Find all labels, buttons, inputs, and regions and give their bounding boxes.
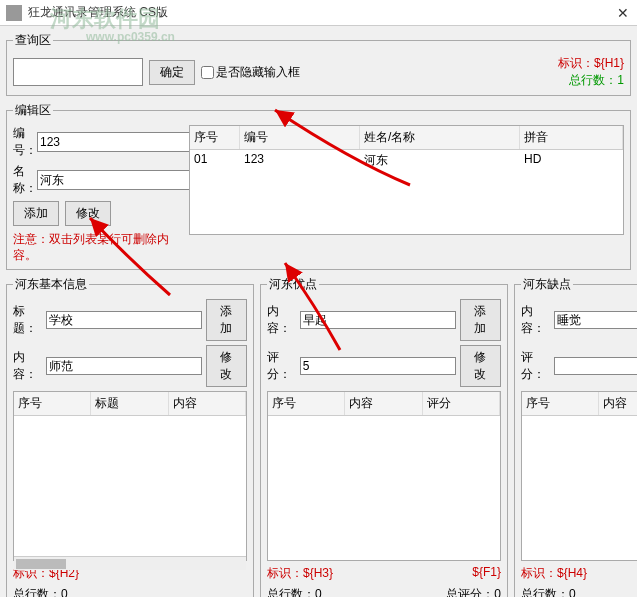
table-row[interactable]: 01 123 河东 HD: [190, 150, 623, 171]
query-input[interactable]: [13, 58, 143, 86]
edit-add-button[interactable]: 添加: [13, 201, 59, 226]
hide-input-checkbox[interactable]: 是否隐藏输入框: [201, 64, 300, 81]
basic-cont-input[interactable]: [46, 357, 202, 375]
query-legend: 查询区: [13, 32, 53, 49]
edit-mod-button[interactable]: 修改: [65, 201, 111, 226]
scrollbar-h[interactable]: [14, 556, 246, 570]
close-icon[interactable]: ✕: [617, 5, 629, 21]
con-list[interactable]: 序号内容评分: [521, 391, 637, 561]
pros: 河东优点 内容：添加 评分：修改 序号内容评分 标识：${H3}${F1} 总行…: [260, 276, 508, 597]
query-area: 查询区 确定 是否隐藏输入框 标识：${H1} 总行数：1: [6, 32, 631, 96]
basic-list[interactable]: 序号标题内容: [13, 391, 247, 561]
pro-cont-input[interactable]: [300, 311, 456, 329]
pro-list[interactable]: 序号内容评分: [267, 391, 501, 561]
basic-title-input[interactable]: [46, 311, 202, 329]
edit-legend: 编辑区: [13, 102, 53, 119]
cons: 河东缺点 内容：添加 评分：修改 序号内容评分 标识：${H4}${F2} 总行…: [514, 276, 637, 597]
name-input[interactable]: [37, 170, 193, 190]
basic-mod-button[interactable]: 修改: [206, 345, 247, 387]
con-cont-input[interactable]: [554, 311, 637, 329]
con-score-input[interactable]: [554, 357, 637, 375]
edit-area: 编辑区 编号： 名称： 添加 修改 注意：双击列表某行可删除内容。 序号 编号 …: [6, 102, 631, 270]
app-icon: [6, 5, 22, 21]
query-ok-button[interactable]: 确定: [149, 60, 195, 85]
pro-score-input[interactable]: [300, 357, 456, 375]
window-title: 狂龙通讯录管理系统 CS版: [28, 4, 168, 21]
titlebar: 狂龙通讯录管理系统 CS版 ✕: [0, 0, 637, 26]
basic-info: 河东基本信息 标题：添加 内容：修改 序号标题内容 标识：${H2} 总行数：0: [6, 276, 254, 597]
pro-add-button[interactable]: 添加: [460, 299, 501, 341]
edit-list[interactable]: 序号 编号 姓名/名称 拼音 01 123 河东 HD: [189, 125, 624, 235]
num-input[interactable]: [37, 132, 193, 152]
delete-note: 注意：双击列表某行可删除内容。: [13, 232, 183, 263]
pro-mod-button[interactable]: 修改: [460, 345, 501, 387]
basic-add-button[interactable]: 添加: [206, 299, 247, 341]
